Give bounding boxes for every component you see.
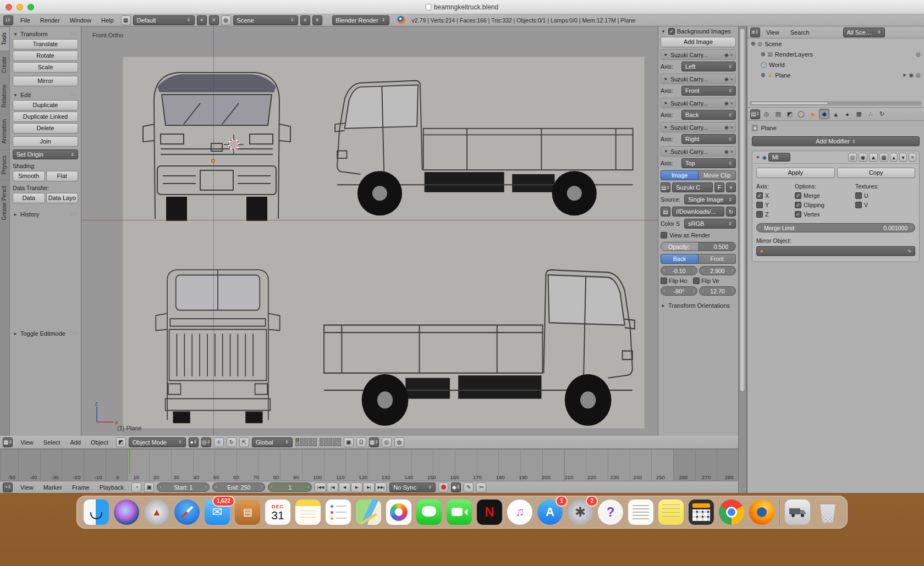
vertex-groups-checkbox[interactable] bbox=[795, 211, 801, 218]
background-image-entry-header[interactable]: ► Suzuki Carry... ◉ × bbox=[661, 122, 736, 132]
layer-cell[interactable] bbox=[309, 442, 312, 446]
tab-tools[interactable]: Tools bbox=[0, 26, 9, 51]
viewport-shading-icon[interactable]: ●⇕ bbox=[189, 437, 199, 447]
menu-item[interactable]: Playback bbox=[95, 481, 129, 493]
reminders-dock-icon[interactable] bbox=[326, 500, 351, 525]
expand-icon[interactable]: ► bbox=[663, 125, 669, 130]
texture-tab-icon[interactable]: ▦ bbox=[854, 109, 864, 119]
size-field[interactable]: ‹12.70› bbox=[699, 286, 736, 296]
draw-front-button[interactable]: Front bbox=[698, 254, 736, 264]
material-tab-icon[interactable]: ● bbox=[842, 109, 853, 119]
scene-icon[interactable]: ◍ bbox=[221, 15, 231, 25]
expand-icon[interactable]: ► bbox=[663, 52, 669, 57]
cage-icon[interactable]: ▦ bbox=[879, 153, 888, 162]
sync-mode-dropdown[interactable]: No Sync⇕ bbox=[389, 482, 436, 492]
add-layout-button[interactable]: + bbox=[197, 15, 207, 25]
visibility-eye-icon[interactable]: ◉ bbox=[909, 72, 914, 78]
maps-dock-icon[interactable] bbox=[356, 500, 381, 525]
eye-icon[interactable]: ◉ bbox=[724, 76, 729, 82]
layers-grid-left[interactable] bbox=[295, 438, 317, 446]
collapse-icon[interactable]: ▼ bbox=[13, 93, 18, 98]
timeline-playhead[interactable] bbox=[129, 450, 130, 474]
editor-type-icon[interactable]: i⇕ bbox=[3, 15, 13, 25]
renderable-camera-icon[interactable]: ◎ bbox=[916, 51, 921, 57]
background-images-header[interactable]: ▼ Background Images bbox=[661, 28, 736, 35]
world-tab-icon[interactable]: ◯ bbox=[796, 109, 806, 119]
eye-icon[interactable]: ◉ bbox=[724, 101, 729, 106]
notes-dock-icon[interactable] bbox=[295, 500, 321, 525]
modifiers-tab-wrench-icon[interactable]: ◆ bbox=[819, 109, 829, 119]
translate-button[interactable]: Translate bbox=[13, 39, 78, 49]
lock-to-scene-icon[interactable]: ▣ bbox=[344, 437, 354, 447]
render-engine-selector[interactable]: Blender Render⇕ bbox=[332, 15, 389, 25]
fake-user-button[interactable]: F bbox=[714, 182, 724, 192]
layer-cell[interactable] bbox=[328, 442, 332, 446]
layer-cell[interactable] bbox=[309, 438, 312, 442]
keying-set-dropdown[interactable]: ◆⇕ bbox=[451, 482, 461, 492]
layer-cell[interactable] bbox=[337, 442, 341, 446]
data-layout-transfer-button[interactable]: Data Layo bbox=[46, 193, 79, 203]
mode-dropdown[interactable]: Object Mode⇕ bbox=[129, 437, 186, 447]
expand-icon[interactable]: ► bbox=[661, 303, 666, 308]
app-store-dock-icon[interactable]: A1 bbox=[537, 500, 563, 525]
menu-item[interactable]: Select bbox=[38, 436, 65, 448]
expand-icon[interactable]: ► bbox=[663, 76, 669, 81]
editor-type-icon[interactable]: ◔⇕ bbox=[3, 482, 13, 492]
panel-grip-icon[interactable]: ∷∷ bbox=[71, 31, 78, 37]
tab-grease-pencil[interactable]: Grease Pencil bbox=[0, 180, 9, 226]
expand-icon[interactable]: ► bbox=[663, 101, 669, 106]
start-frame-field[interactable]: ‹Start:1› bbox=[157, 482, 210, 492]
axis-z-checkbox[interactable] bbox=[756, 211, 763, 218]
menu-item[interactable]: Object bbox=[86, 436, 113, 448]
editmode-visibility-icon[interactable]: ▲ bbox=[869, 153, 878, 162]
axis-y-checkbox[interactable] bbox=[756, 202, 763, 208]
layer-cell[interactable] bbox=[320, 442, 323, 446]
background-image-entry-header[interactable]: ► Suzuki Carry... ◉ × bbox=[661, 49, 736, 60]
axis-dropdown[interactable]: Front⇕ bbox=[681, 86, 736, 96]
delete-layout-button[interactable]: × bbox=[209, 15, 219, 25]
add-image-button[interactable]: Add Image bbox=[661, 37, 736, 47]
mirror-object-field[interactable]: ■ ✎ bbox=[756, 246, 915, 256]
render-layers-tab-icon[interactable]: ▤ bbox=[773, 109, 783, 119]
layer-cell[interactable] bbox=[333, 438, 337, 442]
panel-grip-icon[interactable]: ∷∷ bbox=[71, 331, 78, 336]
axis-x-checkbox[interactable] bbox=[756, 192, 763, 199]
offset-y-field[interactable]: ‹2.900› bbox=[699, 266, 736, 275]
delete-modifier-icon[interactable]: × bbox=[909, 153, 916, 162]
selectable-pointer-icon[interactable]: ➤ bbox=[902, 72, 906, 78]
data-transfer-button[interactable]: Data bbox=[13, 193, 45, 203]
set-origin-dropdown[interactable]: Set Origin⇕ bbox=[13, 149, 78, 159]
opengl-render-icon[interactable]: ◎ bbox=[382, 437, 392, 447]
collapse-icon[interactable]: ▼ bbox=[13, 32, 18, 37]
scale-button[interactable]: Scale bbox=[13, 62, 78, 73]
help-dock-icon[interactable]: ? bbox=[598, 500, 623, 525]
messages-dock-icon[interactable] bbox=[416, 500, 442, 525]
axis-dropdown[interactable]: Left⇕ bbox=[681, 62, 736, 71]
finder-dock-icon[interactable] bbox=[84, 500, 109, 525]
jump-start-button[interactable]: |◀◀ bbox=[315, 482, 326, 492]
background-image-entry-header[interactable]: ► Suzuki Carry... ◉ × bbox=[661, 98, 736, 108]
image-source-tab[interactable]: Image bbox=[661, 170, 698, 180]
source-dropdown[interactable]: Single Image⇕ bbox=[684, 195, 736, 204]
manipulator-translate-icon[interactable]: ✛ bbox=[214, 437, 224, 447]
textedit-dock-icon[interactable] bbox=[628, 500, 653, 525]
facetime-dock-icon[interactable] bbox=[447, 500, 472, 525]
render-tab-icon[interactable]: ◎ bbox=[761, 109, 772, 119]
layer-cell[interactable] bbox=[295, 442, 299, 446]
delete-button[interactable]: Delete bbox=[13, 123, 78, 134]
eye-icon[interactable]: ◉ bbox=[724, 125, 729, 130]
layer-cell[interactable] bbox=[328, 438, 332, 442]
transform-panel-header[interactable]: ▼Transform∷∷ bbox=[13, 31, 78, 37]
layer-cell[interactable] bbox=[304, 442, 308, 446]
opacity-slider[interactable]: Opacity:0.500 bbox=[661, 242, 736, 251]
editor-type-icon[interactable]: ▤⇕ bbox=[750, 109, 760, 119]
system-preferences-dock-icon[interactable]: ✱2 bbox=[568, 500, 593, 525]
mirror-button[interactable]: Mirror bbox=[13, 76, 78, 86]
end-frame-field[interactable]: ‹End:250› bbox=[212, 482, 265, 492]
texture-v-checkbox[interactable] bbox=[855, 202, 862, 208]
history-panel-header[interactable]: ►History∷∷ bbox=[13, 211, 78, 218]
preview-range-clock-icon[interactable]: ◔ bbox=[131, 482, 141, 492]
move-down-icon[interactable]: ▾ bbox=[899, 153, 907, 162]
menu-item[interactable]: View bbox=[15, 481, 38, 493]
duplicate-button[interactable]: Duplicate bbox=[13, 100, 78, 110]
